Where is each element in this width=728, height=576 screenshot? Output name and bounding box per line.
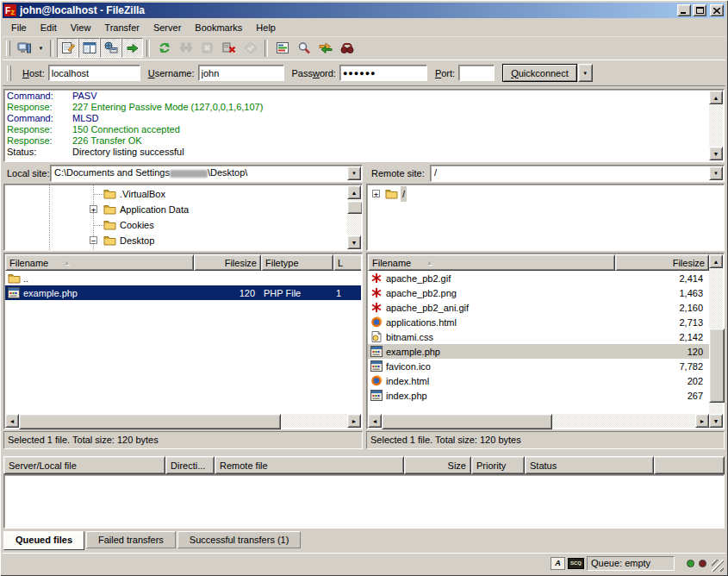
menu-item-view[interactable]: View: [64, 21, 98, 34]
refresh-button[interactable]: [153, 38, 175, 58]
disconnect-button[interactable]: [218, 38, 240, 58]
menu-item-edit[interactable]: Edit: [34, 21, 64, 34]
file-row-index-html[interactable]: index.html202: [368, 373, 709, 388]
toggle-local-tree-button[interactable]: [78, 38, 100, 58]
scroll-right-icon[interactable]: ►: [695, 414, 709, 428]
toolbar-grip[interactable]: [6, 41, 10, 56]
site-manager-dropdown-icon[interactable]: ▼: [35, 38, 47, 58]
quickconnect-grip[interactable]: [7, 66, 11, 81]
file-row-index-php[interactable]: index.php267: [368, 388, 709, 403]
process-queue-button[interactable]: [175, 38, 196, 58]
file-row-apache-pb2-ani-gif[interactable]: apache_pb2_ani.gif2,160: [368, 300, 709, 315]
status-bar: A SCQ Queue: empty: [3, 553, 725, 573]
file-size-text: 267: [688, 391, 703, 401]
remote-vscrollbar[interactable]: ▲ ▼: [709, 254, 723, 428]
queue-column-size[interactable]: Size: [404, 456, 471, 474]
tree-item-root[interactable]: +/: [368, 186, 723, 202]
column-header-filesize[interactable]: Filesize: [194, 254, 261, 271]
expand-icon[interactable]: +: [372, 190, 380, 197]
scroll-up-icon[interactable]: ▲: [709, 254, 723, 268]
queue-column-status[interactable]: Status: [525, 456, 654, 474]
tree-item-application-data[interactable]: +Application Data: [5, 202, 347, 217]
scroll-left-icon[interactable]: ◄: [368, 414, 382, 428]
file-row-apache-pb2-gif[interactable]: apache_pb2.gif2,414: [368, 271, 709, 285]
collapse-icon[interactable]: −: [90, 236, 97, 244]
tree-item-virtualbox[interactable]: .VirtualBox: [5, 186, 347, 202]
queue-column-directi[interactable]: Directi...: [165, 456, 215, 474]
scroll-down-icon[interactable]: ▼: [709, 147, 723, 160]
reconnect-button[interactable]: [240, 38, 261, 58]
scroll-right-icon[interactable]: ►: [347, 414, 361, 428]
site-manager-button[interactable]: [14, 38, 35, 58]
scroll-up-icon[interactable]: ▲: [347, 185, 361, 199]
local-site-path-prefix: C:\Documents and Settings: [54, 167, 170, 178]
menu-item-transfer[interactable]: Transfer: [97, 21, 146, 34]
scroll-up-icon[interactable]: ▲: [709, 91, 723, 104]
file-row-apache-pb2-png[interactable]: apache_pb2.png1,463: [368, 285, 709, 300]
toggle-remote-tree-button[interactable]: [100, 38, 121, 58]
toggle-transfer-queue-button[interactable]: [121, 38, 143, 58]
column-header-filename[interactable]: Filename▲: [5, 254, 194, 271]
local-hscrollbar[interactable]: ◄ ►: [5, 414, 361, 428]
file-row-item[interactable]: ..: [5, 271, 361, 285]
expand-icon[interactable]: +: [90, 205, 97, 213]
file-row-example-php[interactable]: example.php120PHP File1: [5, 285, 361, 300]
tab-queued-files[interactable]: Queued files: [3, 531, 84, 550]
tree-item-desktop[interactable]: −Desktop: [5, 233, 347, 248]
combo-dropdown-icon[interactable]: ▼: [347, 166, 361, 180]
cancel-operation-button[interactable]: [196, 38, 218, 58]
scroll-down-icon[interactable]: ▼: [709, 414, 723, 428]
app-icon[interactable]: Fz: [4, 4, 16, 16]
combo-dropdown-icon[interactable]: ▼: [709, 166, 723, 180]
quickconnect-button[interactable]: Quickconnect: [502, 64, 577, 82]
menu-item-file[interactable]: File: [4, 21, 34, 34]
tab-failed-transfers[interactable]: Failed transfers: [86, 531, 176, 548]
menu-item-bookmarks[interactable]: Bookmarks: [188, 21, 249, 34]
password-input[interactable]: [339, 65, 427, 81]
file-row-bitnami-css[interactable]: bitnami.css2,142: [368, 329, 709, 344]
transfer-queue-list[interactable]: [3, 474, 725, 529]
file-row-applications-html[interactable]: applications.html2,713: [368, 315, 709, 329]
file-size-text: 120: [688, 347, 703, 357]
queue-column-server-local-file[interactable]: Server/Local file: [3, 456, 165, 474]
local-tree-scrollbar[interactable]: ▲ ▼: [347, 185, 361, 249]
file-row-favicon-ico[interactable]: favicon.ico7,782: [368, 359, 709, 373]
local-site-combobox[interactable]: C:\Documents and Settings\Desktop\ ▼: [50, 165, 363, 182]
port-input[interactable]: [458, 65, 495, 81]
quickconnect-dropdown-icon[interactable]: ▼: [578, 64, 593, 82]
tree-item-label: Desktop: [118, 233, 156, 248]
file-row-example-php[interactable]: example.php120: [368, 344, 709, 359]
queue-column-priority[interactable]: Priority: [471, 456, 525, 474]
remote-site-combobox[interactable]: / ▼: [430, 165, 725, 182]
minimize-button[interactable]: [677, 4, 691, 16]
synchronized-browsing-button[interactable]: [314, 38, 336, 58]
toggle-message-log-button[interactable]: [57, 38, 78, 58]
scrollbar-thumb[interactable]: [347, 201, 363, 214]
scroll-left-icon[interactable]: ◄: [5, 414, 19, 428]
menu-item-help[interactable]: Help: [249, 21, 283, 34]
maximize-button[interactable]: [693, 4, 706, 16]
column-header-filetype[interactable]: Filetype: [261, 254, 333, 271]
file-search-button[interactable]: [336, 38, 358, 58]
scrollbar-thumb[interactable]: [19, 414, 281, 429]
file-type-cell: [261, 271, 333, 285]
filter-button[interactable]: [293, 38, 314, 58]
scrollbar-thumb[interactable]: [382, 414, 552, 429]
tab-successful-transfers-1[interactable]: Successful transfers (1): [177, 531, 302, 548]
log-scrollbar[interactable]: ▲ ▼: [709, 91, 723, 160]
host-input[interactable]: [48, 65, 140, 81]
close-button[interactable]: [710, 4, 724, 16]
username-input[interactable]: [198, 65, 284, 81]
queue-column-remote-file[interactable]: Remote file: [215, 456, 404, 474]
resize-grip[interactable]: [712, 560, 724, 572]
remote-hscrollbar[interactable]: ◄ ►: [368, 414, 709, 428]
menu-item-server[interactable]: Server: [146, 21, 188, 34]
title-bar[interactable]: Fz john@localhost - FileZilla: [3, 3, 725, 18]
column-header-filename[interactable]: Filename▲: [368, 254, 615, 271]
tree-item-cookies[interactable]: Cookies: [5, 217, 347, 233]
column-header-l[interactable]: L: [333, 254, 361, 271]
scrollbar-thumb[interactable]: [709, 329, 725, 403]
column-header-filesize[interactable]: Filesize: [615, 254, 709, 271]
directory-comparison-button[interactable]: [271, 38, 293, 58]
scroll-down-icon[interactable]: ▼: [347, 235, 361, 249]
